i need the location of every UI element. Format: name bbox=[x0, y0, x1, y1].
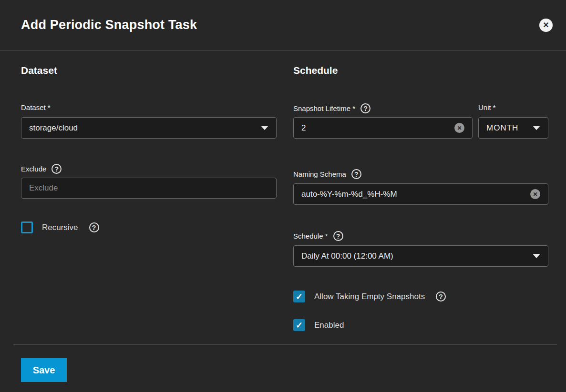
dataset-select-value: storage/cloud bbox=[29, 123, 256, 133]
naming-schema-label-text: Naming Schema bbox=[293, 170, 346, 178]
save-button[interactable]: Save bbox=[21, 358, 67, 382]
exclude-field-label: Exclude ? bbox=[21, 164, 62, 174]
enabled-checkbox[interactable]: ✓ bbox=[293, 319, 305, 331]
lifetime-input[interactable]: 2 ✕ bbox=[293, 117, 473, 139]
schedule-select[interactable]: Daily At 00:00 (12:00 AM) bbox=[293, 245, 548, 267]
unit-select[interactable]: MONTH bbox=[478, 117, 548, 139]
clear-icon[interactable]: ✕ bbox=[530, 189, 540, 199]
chevron-down-icon bbox=[533, 126, 540, 130]
chevron-down-icon bbox=[261, 126, 268, 130]
allow-empty-checkbox-row: ✓ Allow Taking Empty Snapshots ? bbox=[293, 291, 446, 302]
dialog-title: Add Periodic Snapshot Task bbox=[21, 18, 197, 32]
dataset-label-text: Dataset * bbox=[21, 103, 51, 111]
naming-schema-input-value: auto-%Y-%m-%d_%H-%M bbox=[301, 190, 525, 199]
close-icon: ✕ bbox=[543, 21, 549, 29]
schedule-label-text: Schedule * bbox=[293, 232, 328, 240]
help-icon[interactable]: ? bbox=[351, 169, 361, 179]
allow-empty-checkbox[interactable]: ✓ bbox=[293, 291, 305, 302]
recursive-checkbox-label: Recursive bbox=[42, 223, 78, 232]
footer-divider bbox=[13, 344, 557, 345]
enabled-checkbox-row: ✓ Enabled bbox=[293, 319, 344, 331]
naming-schema-field-label: Naming Schema ? bbox=[293, 169, 361, 179]
dataset-select[interactable]: storage/cloud bbox=[21, 117, 277, 139]
schedule-section-heading: Schedule bbox=[293, 65, 338, 76]
dataset-section-heading: Dataset bbox=[21, 65, 57, 76]
chevron-down-icon bbox=[533, 254, 540, 258]
unit-field-label: Unit * bbox=[478, 103, 496, 111]
enabled-checkbox-label: Enabled bbox=[314, 321, 344, 330]
check-icon: ✓ bbox=[296, 321, 303, 330]
help-icon[interactable]: ? bbox=[333, 231, 343, 241]
naming-schema-input[interactable]: auto-%Y-%m-%d_%H-%M ✕ bbox=[293, 183, 548, 205]
close-button[interactable]: ✕ bbox=[539, 19, 553, 32]
add-periodic-snapshot-task-dialog: Add Periodic Snapshot Task ✕ Dataset Sch… bbox=[0, 0, 566, 392]
dataset-field-label: Dataset * bbox=[21, 103, 51, 111]
schedule-select-value: Daily At 00:00 (12:00 AM) bbox=[301, 251, 528, 261]
allow-empty-checkbox-label: Allow Taking Empty Snapshots bbox=[314, 292, 425, 302]
unit-select-value: MONTH bbox=[486, 123, 528, 133]
help-icon[interactable]: ? bbox=[360, 103, 370, 113]
recursive-checkbox[interactable] bbox=[21, 221, 33, 233]
exclude-label-text: Exclude bbox=[21, 165, 46, 173]
dialog-header: Add Periodic Snapshot Task ✕ bbox=[0, 0, 566, 51]
help-icon[interactable]: ? bbox=[89, 222, 99, 232]
unit-label-text: Unit * bbox=[478, 103, 496, 111]
help-icon[interactable]: ? bbox=[436, 291, 446, 302]
help-icon[interactable]: ? bbox=[51, 164, 62, 174]
clear-icon[interactable]: ✕ bbox=[454, 123, 464, 133]
exclude-input[interactable] bbox=[21, 178, 277, 199]
schedule-field-label: Schedule * ? bbox=[293, 231, 343, 241]
check-icon: ✓ bbox=[296, 292, 303, 301]
recursive-checkbox-row: Recursive ? bbox=[21, 221, 99, 233]
lifetime-input-value: 2 bbox=[301, 123, 450, 133]
lifetime-label-text: Snapshot Lifetime * bbox=[293, 104, 355, 112]
lifetime-field-label: Snapshot Lifetime * ? bbox=[293, 103, 370, 113]
